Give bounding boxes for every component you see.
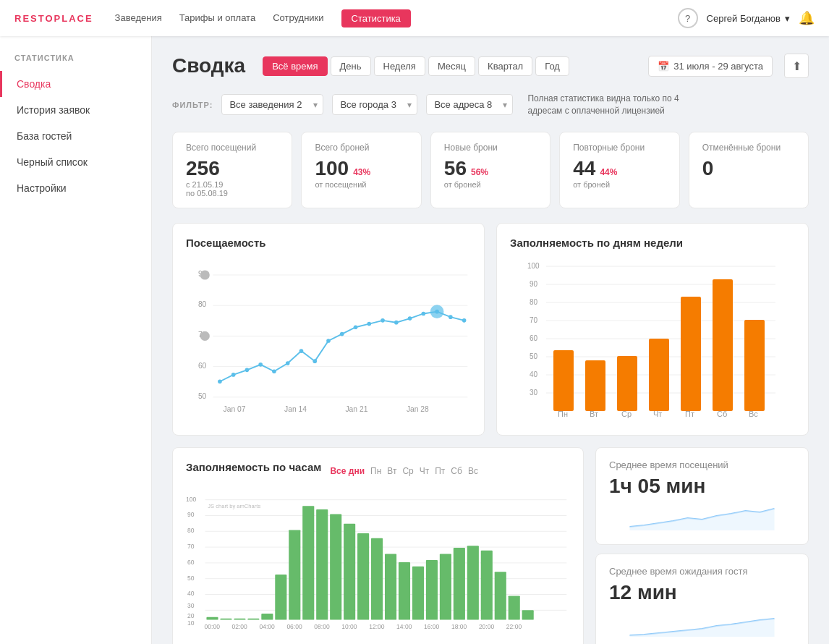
svg-text:80: 80 — [530, 298, 538, 306]
charts-row-1: Посещаемость 90 80 70 60 50 — [172, 223, 809, 436]
svg-rect-93 — [330, 514, 341, 619]
svg-text:Jan 07: Jan 07 — [224, 405, 246, 413]
stat-cancelled-bookings: Отменённые брони 0 — [689, 132, 809, 208]
main-content: Сводка Всё время День Неделя Месяц Кварт… — [152, 36, 829, 644]
svg-point-21 — [367, 321, 371, 326]
svg-marker-121 — [630, 509, 775, 530]
svg-text:Сб: Сб — [717, 410, 727, 418]
svg-text:Jan 14: Jan 14 — [284, 405, 307, 413]
svg-rect-84 — [206, 617, 218, 619]
stat-new-bookings-pct: 56% — [471, 167, 488, 177]
stat-repeat-bookings: Повторные брони 44 44% от броней — [559, 132, 679, 208]
svg-point-25 — [422, 311, 426, 315]
svg-text:40: 40 — [530, 370, 538, 378]
svg-point-13 — [258, 363, 263, 367]
svg-text:60: 60 — [187, 558, 195, 565]
svg-text:12:00: 12:00 — [369, 623, 385, 630]
day-btn-all[interactable]: Все дни — [330, 466, 365, 476]
adresa-select[interactable]: Все адреса 8 — [426, 94, 513, 115]
stat-new-bookings-value: 56 — [444, 157, 467, 180]
nav-tarifs[interactable]: Тарифы и оплата — [179, 9, 255, 27]
svg-rect-97 — [385, 554, 396, 619]
svg-rect-55 — [649, 339, 669, 411]
time-btn-month[interactable]: Месяц — [428, 56, 475, 76]
top-nav: RESTOPLACE Заведения Тарифы и оплата Сот… — [0, 0, 829, 36]
svg-text:30: 30 — [530, 389, 538, 397]
svg-text:04:00: 04:00 — [259, 623, 275, 630]
zapol-hours-chart: 100 90 80 70 60 50 40 30 20 10 — [186, 489, 570, 634]
sidebar-item-guests[interactable]: База гостей — [0, 123, 151, 149]
svg-rect-100 — [426, 560, 438, 619]
svg-point-18 — [326, 339, 331, 343]
sidebar-item-history[interactable]: История заявок — [0, 97, 151, 123]
stat-new-bookings-label: Новые брони — [444, 143, 537, 153]
time-btn-all[interactable]: Всё время — [263, 56, 327, 76]
poseschamost-chart-card: Посещаемость 90 80 70 60 50 — [172, 223, 485, 436]
app-wrapper: СТАТИСТИКА Сводка История заявок База го… — [0, 0, 829, 644]
help-button[interactable]: ? — [678, 8, 698, 28]
zapol-hours-chart-card: Заполняемость по часам Все дни Пн Вт Ср … — [172, 447, 584, 644]
export-button[interactable]: ⬆ — [784, 54, 809, 78]
svg-rect-52 — [553, 350, 574, 411]
zapol-days-chart: 100 90 80 70 60 50 40 30 — [510, 258, 795, 424]
time-btn-year[interactable]: Год — [535, 56, 569, 76]
date-range-button[interactable]: 📅 31 июля - 29 августа — [648, 56, 773, 77]
svg-text:50: 50 — [198, 391, 207, 399]
svg-point-12 — [245, 368, 250, 372]
time-btn-day[interactable]: День — [331, 56, 371, 76]
user-menu[interactable]: Сергей Богданов ▾ — [707, 13, 790, 24]
user-name: Сергей Богданов — [707, 13, 781, 24]
poseschamost-chart: 90 80 70 60 50 — [186, 258, 471, 424]
stat-new-bookings-sub: от броней — [444, 180, 537, 189]
svg-text:60: 60 — [198, 361, 207, 369]
sidebar-item-settings[interactable]: Настройки — [0, 175, 151, 201]
svg-text:80: 80 — [187, 527, 195, 534]
time-btn-quarter[interactable]: Квартал — [478, 56, 532, 76]
svg-rect-105 — [495, 572, 506, 619]
stat-cancelled-bookings-value: 0 — [702, 157, 795, 180]
filters-row: ФИЛЬТР: Все заведения 2 Все города 3 Все… — [172, 93, 809, 117]
svg-point-29 — [462, 318, 467, 323]
bell-icon[interactable]: 🔔 — [799, 10, 815, 26]
nav-statistika[interactable]: Статистика — [341, 9, 411, 27]
svg-text:80: 80 — [198, 300, 207, 308]
avg-wait-mini-chart — [609, 604, 795, 637]
svg-rect-58 — [744, 320, 765, 411]
stat-repeat-bookings-sub: от броней — [573, 180, 666, 189]
svg-text:16:00: 16:00 — [424, 623, 440, 630]
nav-zavedenia[interactable]: Заведения — [115, 9, 162, 27]
svg-text:06:00: 06:00 — [286, 623, 302, 630]
sidebar-item-blacklist[interactable]: Черный список — [0, 149, 151, 175]
stat-repeat-bookings-label: Повторные брони — [573, 143, 666, 153]
svg-rect-107 — [522, 610, 534, 619]
day-btn-cht[interactable]: Чт — [420, 466, 430, 476]
day-btn-sr[interactable]: Ср — [402, 466, 413, 476]
day-btn-pt[interactable]: Пт — [435, 466, 445, 476]
nav-sotrudniki[interactable]: Сотрудники — [273, 9, 323, 27]
day-btn-pn[interactable]: Пн — [370, 466, 381, 476]
sidebar-title: СТАТИСТИКА — [0, 54, 151, 71]
svg-rect-94 — [344, 523, 355, 619]
poseschamost-chart-title: Посещаемость — [186, 237, 471, 249]
day-btn-vs[interactable]: Вс — [468, 466, 478, 476]
day-btn-vt[interactable]: Вт — [387, 466, 396, 476]
chevron-down-icon: ▾ — [785, 13, 790, 24]
svg-rect-106 — [509, 596, 520, 619]
svg-text:14:00: 14:00 — [396, 623, 412, 630]
sidebar: СТАТИСТИКА Сводка История заявок База го… — [0, 36, 152, 644]
page-header: Сводка Всё время День Неделя Месяц Кварт… — [172, 54, 809, 78]
sidebar-item-svodka[interactable]: Сводка — [0, 71, 151, 97]
svg-point-10 — [218, 379, 222, 384]
zapol-hours-chart-title: Заполняемость по часам — [186, 461, 321, 473]
logo: RESTOPLACE — [14, 13, 93, 24]
svg-rect-92 — [316, 509, 328, 620]
zavedenia-select[interactable]: Все заведения 2 — [221, 94, 323, 115]
goroda-select[interactable]: Все города 3 — [332, 94, 417, 115]
svg-point-22 — [381, 318, 385, 323]
day-btn-sb[interactable]: Сб — [451, 466, 462, 476]
svg-text:Вт: Вт — [590, 410, 598, 418]
svg-point-14 — [272, 369, 276, 373]
zavedenia-filter-wrapper: Все заведения 2 — [221, 94, 323, 115]
svg-point-23 — [394, 320, 399, 324]
time-btn-week[interactable]: Неделя — [374, 56, 425, 76]
